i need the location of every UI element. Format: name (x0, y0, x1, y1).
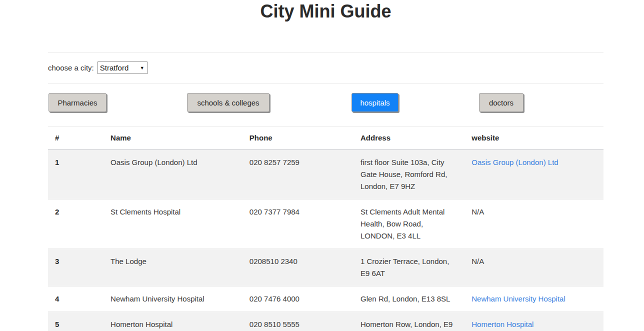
hospital-address: Homerton Row, London, E9 6SR (354, 312, 464, 331)
website-link[interactable]: Homerton Hospital (472, 320, 534, 328)
hospital-website-cell: Newham University Hospital (464, 286, 604, 312)
hospital-website-cell: Homerton Hospital (464, 312, 604, 331)
row-number: 2 (48, 200, 104, 249)
hospital-phone: 0208510 2340 (242, 249, 354, 286)
category-button-schools-colleges[interactable]: schools & colleges (187, 93, 270, 112)
column-header-address: Address (354, 126, 464, 150)
city-selector-label: choose a city: (48, 64, 94, 72)
hospital-website-cell: N/A (464, 200, 604, 249)
hospital-name: Oasis Group (London) Ltd (104, 150, 242, 200)
hospital-name: Newham University Hospital (104, 286, 242, 312)
hospital-phone: 020 7476 4000 (242, 286, 354, 312)
city-selector-row: choose a city: Stratford ▼ (48, 52, 604, 83)
category-button-hospitals[interactable]: hospitals (352, 93, 398, 112)
hospital-phone: 020 7377 7984 (242, 200, 354, 249)
city-select[interactable]: Stratford (97, 62, 148, 74)
hospital-address: Glen Rd, London, E13 8SL (354, 286, 464, 312)
table-row: 4 Newham University Hospital 020 7476 40… (48, 286, 604, 312)
website-na-text: N/A (472, 257, 484, 266)
hospital-address: first floor Suite 103a, City Gate House,… (354, 150, 464, 200)
city-select-wrap: Stratford ▼ (97, 62, 148, 74)
hospitals-table: # Name Phone Address website 1 Oasis Gro… (48, 126, 604, 331)
hospital-website-cell: Oasis Group (London) Ltd (464, 150, 604, 200)
page-title: City Mini Guide (48, 0, 604, 52)
hospitals-table-body: 1 Oasis Group (London) Ltd 020 8257 7259… (48, 150, 604, 331)
main-container: City Mini Guide choose a city: Stratford… (48, 0, 604, 331)
hospital-name: Homerton Hospital (104, 312, 242, 331)
website-link[interactable]: Newham University Hospital (472, 294, 566, 303)
column-header-number: # (48, 126, 104, 150)
row-number: 4 (48, 286, 104, 312)
website-link[interactable]: Oasis Group (London) Ltd (472, 158, 558, 166)
hospital-name: St Clements Hospital (104, 200, 242, 249)
row-number: 1 (48, 150, 104, 200)
category-button-doctors[interactable]: doctors (479, 93, 524, 112)
column-header-name: Name (104, 126, 242, 150)
hospital-website-cell: N/A (464, 249, 604, 286)
table-row: 2 St Clements Hospital 020 7377 7984 St … (48, 200, 604, 249)
column-header-phone: Phone (242, 126, 354, 150)
hospital-phone: 020 8510 5555 (242, 312, 354, 331)
category-button-pharmacies[interactable]: Pharmacies (48, 93, 106, 112)
column-header-website: website (464, 126, 604, 150)
category-buttons-row: Pharmacies schools & colleges hospitals … (48, 83, 604, 126)
table-row: 1 Oasis Group (London) Ltd 020 8257 7259… (48, 150, 604, 200)
table-row: 3 The Lodge 0208510 2340 1 Crozier Terra… (48, 249, 604, 286)
row-number: 5 (48, 312, 104, 331)
hospital-address: St Clements Adult Mental Health, Bow Roa… (354, 200, 464, 249)
website-na-text: N/A (472, 208, 484, 216)
hospital-name: The Lodge (104, 249, 242, 286)
row-number: 3 (48, 249, 104, 286)
hospital-phone: 020 8257 7259 (242, 150, 354, 200)
table-header: # Name Phone Address website (48, 126, 604, 150)
table-row: 5 Homerton Hospital 020 8510 5555 Homert… (48, 312, 604, 331)
hospital-address: 1 Crozier Terrace, London, E9 6AT (354, 249, 464, 286)
